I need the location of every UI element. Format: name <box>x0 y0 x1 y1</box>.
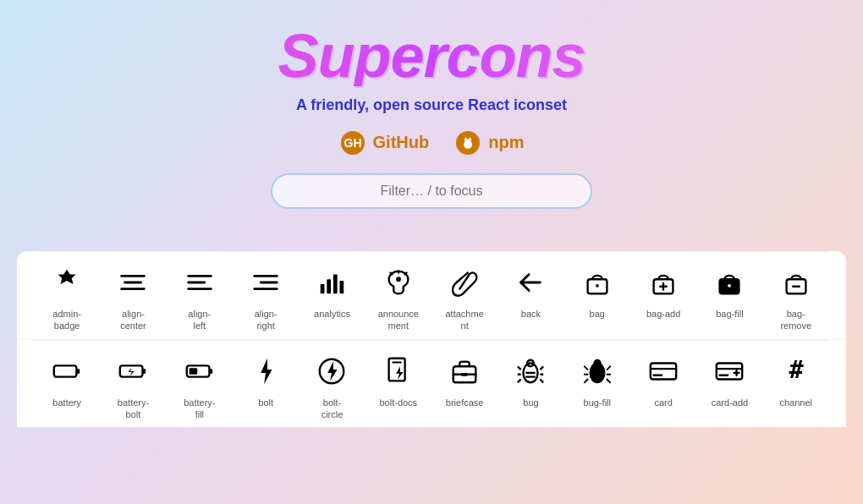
icon-battery[interactable]: battery <box>34 341 100 428</box>
npm-link[interactable]: npm <box>454 129 524 156</box>
search-container <box>17 173 846 209</box>
svg-line-23 <box>390 273 392 275</box>
svg-point-31 <box>728 284 732 288</box>
icon-card[interactable]: card <box>630 341 696 428</box>
svg-rect-40 <box>209 369 212 374</box>
svg-line-53 <box>518 366 521 370</box>
github-icon: GH <box>339 129 366 156</box>
svg-line-63 <box>585 366 588 370</box>
npm-icon <box>454 129 481 156</box>
svg-point-62 <box>594 359 601 366</box>
github-label: GitHub <box>373 133 430 154</box>
svg-point-5 <box>466 137 470 140</box>
icon-align-left[interactable]: align-left <box>167 252 233 339</box>
svg-marker-47 <box>396 366 404 379</box>
svg-point-20 <box>396 277 401 282</box>
svg-rect-50 <box>461 372 468 375</box>
svg-line-65 <box>585 379 588 382</box>
svg-marker-6 <box>58 270 76 284</box>
svg-text:#: # <box>789 355 804 383</box>
icon-card-add[interactable]: card-add <box>696 341 762 428</box>
icon-back[interactable]: back <box>497 252 563 339</box>
svg-rect-37 <box>143 369 146 374</box>
icon-attachment[interactable]: attachment <box>432 252 497 339</box>
svg-line-55 <box>518 379 521 382</box>
app-title: Supercons <box>17 25 846 86</box>
svg-rect-34 <box>54 365 77 376</box>
svg-point-26 <box>596 284 599 288</box>
icons-grid-wrapper: admin-badge align-center ali <box>17 251 846 427</box>
svg-rect-69 <box>651 363 676 379</box>
icon-admin-badge[interactable]: admin-badge <box>34 252 100 339</box>
icon-bolt-docs[interactable]: bolt-docs <box>366 341 432 428</box>
svg-rect-46 <box>392 361 401 363</box>
icon-bag-fill[interactable]: bag-fill <box>696 252 762 339</box>
svg-text:GH: GH <box>344 136 361 150</box>
icon-bolt-circle[interactable]: bolt-circle <box>299 341 365 428</box>
hero-subtitle: A friendly, open source React iconset <box>17 96 846 114</box>
icon-bag-remove[interactable]: bag-remove <box>763 252 829 339</box>
icon-bug-fill[interactable]: bug-fill <box>564 341 630 428</box>
svg-rect-72 <box>717 363 742 379</box>
icon-announcement[interactable]: announcement <box>366 252 432 339</box>
github-link[interactable]: GH GitHub <box>339 129 430 156</box>
svg-line-66 <box>607 366 610 370</box>
icons-row-1: admin-badge align-center ali <box>34 251 829 339</box>
svg-marker-38 <box>129 368 135 376</box>
svg-line-22 <box>404 273 406 275</box>
svg-line-56 <box>541 366 544 370</box>
icon-briefcase[interactable]: briefcase <box>432 341 497 428</box>
svg-rect-18 <box>333 275 338 294</box>
icon-align-right[interactable]: align-right <box>233 252 299 339</box>
npm-label: npm <box>488 133 524 154</box>
icon-channel[interactable]: # channel <box>763 341 829 428</box>
svg-line-58 <box>541 379 544 382</box>
svg-rect-16 <box>321 284 325 293</box>
svg-marker-42 <box>261 358 272 383</box>
svg-line-68 <box>607 379 610 382</box>
icon-battery-bolt[interactable]: battery-bolt <box>100 341 166 428</box>
icon-analytics[interactable]: analytics <box>299 252 365 339</box>
icon-battery-fill[interactable]: battery-fill <box>167 341 233 428</box>
hero-section: Supercons A friendly, open source React … <box>0 0 863 234</box>
svg-rect-41 <box>189 368 197 375</box>
svg-rect-19 <box>340 281 344 293</box>
links-row: GH GitHub npm <box>17 129 846 156</box>
svg-rect-17 <box>327 279 332 293</box>
icon-bug[interactable]: bug <box>497 341 563 428</box>
svg-marker-44 <box>328 361 338 381</box>
icons-row-2: battery battery-bolt battery <box>34 340 829 428</box>
svg-rect-35 <box>77 369 80 374</box>
icon-align-center[interactable]: align-center <box>100 252 166 339</box>
icon-bolt[interactable]: bolt <box>233 341 299 428</box>
icon-bag[interactable]: bag <box>564 252 630 339</box>
search-input[interactable] <box>271 173 592 209</box>
icon-bag-add[interactable]: bag-add <box>630 252 696 339</box>
